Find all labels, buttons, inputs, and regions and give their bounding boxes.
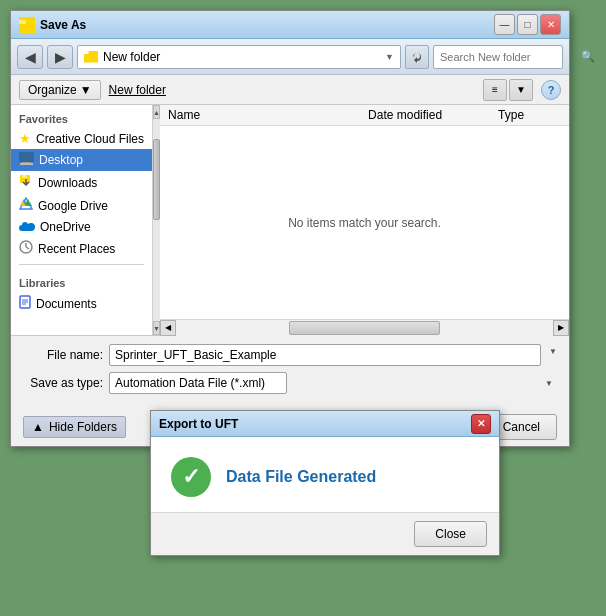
- favorites-label: Favorites: [11, 105, 152, 128]
- svg-rect-2: [19, 152, 34, 162]
- hide-folders-icon: ▲: [32, 420, 44, 434]
- search-icon: 🔍: [581, 50, 595, 63]
- hscroll-track: [176, 320, 553, 336]
- organize-label: Organize: [28, 83, 77, 97]
- back-button[interactable]: ◀: [17, 45, 43, 69]
- scroll-right-button[interactable]: ▶: [553, 320, 569, 336]
- organize-button[interactable]: Organize ▼: [19, 80, 101, 100]
- filename-dropdown[interactable]: ▼: [549, 346, 557, 355]
- address-text: New folder: [103, 50, 380, 64]
- export-body: ✓ Data File Generated: [151, 437, 499, 512]
- documents-icon: [19, 295, 31, 312]
- sidebar-item-documents[interactable]: Documents: [11, 292, 152, 315]
- help-button[interactable]: ?: [541, 80, 561, 100]
- forward-button[interactable]: ▶: [47, 45, 73, 69]
- recent-places-icon: [19, 240, 33, 257]
- sidebar-item-onedrive[interactable]: OneDrive: [11, 217, 152, 237]
- export-close-dialog-button[interactable]: Close: [414, 521, 487, 547]
- search-input[interactable]: [440, 51, 578, 63]
- sidebar-item-desktop[interactable]: Desktop: [11, 149, 152, 171]
- hide-folders-button[interactable]: ▲ Hide Folders: [23, 416, 126, 438]
- dialog-content: Favorites ★ Creative Cloud Files Desktop: [11, 105, 569, 335]
- sidebar-label-onedrive: OneDrive: [40, 220, 91, 234]
- sidebar: Favorites ★ Creative Cloud Files Desktop: [11, 105, 160, 335]
- column-date-modified: Date modified: [368, 108, 498, 122]
- export-titlebar: Export to UFT ✕: [151, 411, 499, 437]
- google-drive-icon: [19, 197, 33, 214]
- save-as-dialog: Save As — □ ✕ ◀ ▶ New folder ▼ 🔍 Organiz…: [10, 10, 570, 447]
- filename-label: File name:: [23, 348, 103, 362]
- refresh-button[interactable]: [405, 45, 429, 69]
- sidebar-label-recent-places: Recent Places: [38, 242, 115, 256]
- address-dropdown-arrow[interactable]: ▼: [385, 52, 394, 62]
- saveas-type-arrow: ▼: [545, 379, 553, 388]
- maximize-button[interactable]: □: [517, 14, 538, 35]
- desktop-icon: [19, 152, 34, 168]
- action-bar: Organize ▼ New folder ≡ ▼ ?: [11, 75, 569, 105]
- sidebar-label-google-drive: Google Drive: [38, 199, 108, 213]
- dialog-form: File name: ▼ Save as type: Automation Da…: [11, 335, 569, 408]
- sidebar-item-downloads[interactable]: Downloads: [11, 171, 152, 194]
- scroll-left-button[interactable]: ◀: [160, 320, 176, 336]
- scroll-thumb[interactable]: [153, 139, 160, 220]
- onedrive-icon: [19, 220, 35, 234]
- export-dialog-title: Export to UFT: [159, 417, 238, 431]
- saveas-type-wrapper: Automation Data File (*.xml) ▼: [109, 372, 557, 394]
- saveas-type-select[interactable]: Automation Data File (*.xml): [109, 372, 287, 394]
- sidebar-item-recent-places[interactable]: Recent Places: [11, 237, 152, 260]
- filename-row: File name: ▼: [23, 344, 557, 366]
- empty-message: No items match your search.: [288, 216, 441, 230]
- saveas-type-row: Save as type: Automation Data File (*.xm…: [23, 372, 557, 394]
- libraries-label: Libraries: [11, 269, 152, 292]
- address-bar[interactable]: New folder ▼: [77, 45, 401, 69]
- dialog-title: Save As: [40, 18, 86, 32]
- sidebar-label-desktop: Desktop: [39, 153, 83, 167]
- success-icon: ✓: [171, 457, 211, 497]
- minimize-button[interactable]: —: [494, 14, 515, 35]
- sidebar-divider: [19, 264, 144, 265]
- view-toggle-button[interactable]: ≡: [483, 79, 507, 101]
- scroll-down-button[interactable]: ▼: [153, 321, 160, 335]
- hscroll-thumb[interactable]: [289, 321, 440, 335]
- filename-input[interactable]: [109, 344, 541, 366]
- view-dropdown-button[interactable]: ▼: [509, 79, 533, 101]
- sidebar-label-downloads: Downloads: [38, 176, 97, 190]
- dialog-icon: [19, 17, 35, 33]
- sidebar-label-creative-cloud: Creative Cloud Files: [36, 132, 144, 146]
- scroll-up-button[interactable]: ▲: [153, 105, 160, 119]
- scroll-track: [153, 119, 160, 321]
- saveas-type-label: Save as type:: [23, 376, 103, 390]
- file-list-header: Name Date modified Type: [160, 105, 569, 126]
- svg-rect-6: [22, 175, 27, 178]
- navigation-toolbar: ◀ ▶ New folder ▼ 🔍: [11, 39, 569, 75]
- export-close-button[interactable]: ✕: [471, 414, 491, 434]
- new-folder-button[interactable]: New folder: [109, 83, 166, 97]
- search-box[interactable]: 🔍: [433, 45, 563, 69]
- refresh-icon: [411, 51, 423, 63]
- view-buttons: ≡ ▼: [483, 79, 533, 101]
- file-list: Name Date modified Type No items match y…: [160, 105, 569, 335]
- export-footer: Close: [151, 512, 499, 555]
- sidebar-scrollbar[interactable]: ▲ ▼: [152, 105, 160, 335]
- export-to-uft-dialog: Export to UFT ✕ ✓ Data File Generated Cl…: [150, 410, 500, 556]
- hide-folders-label: Hide Folders: [49, 420, 117, 434]
- column-name: Name: [168, 108, 368, 122]
- file-list-empty: No items match your search.: [160, 126, 569, 319]
- organize-arrow-icon: ▼: [80, 83, 92, 97]
- sidebar-item-creative-cloud[interactable]: ★ Creative Cloud Files: [11, 128, 152, 149]
- sidebar-item-google-drive[interactable]: Google Drive: [11, 194, 152, 217]
- sidebar-label-documents: Documents: [36, 297, 97, 311]
- horizontal-scrollbar[interactable]: ◀ ▶: [160, 319, 569, 335]
- svg-rect-4: [20, 163, 33, 165]
- export-message: Data File Generated: [226, 468, 376, 486]
- folder-icon: [84, 51, 98, 63]
- window-controls: — □ ✕: [494, 14, 561, 35]
- sidebar-content: Favorites ★ Creative Cloud Files Desktop: [11, 105, 152, 335]
- downloads-icon: [19, 174, 33, 191]
- close-button[interactable]: ✕: [540, 14, 561, 35]
- star-icon: ★: [19, 131, 31, 146]
- save-as-titlebar: Save As — □ ✕: [11, 11, 569, 39]
- svg-line-9: [26, 247, 29, 249]
- title-left: Save As: [19, 17, 86, 33]
- svg-rect-1: [19, 20, 26, 24]
